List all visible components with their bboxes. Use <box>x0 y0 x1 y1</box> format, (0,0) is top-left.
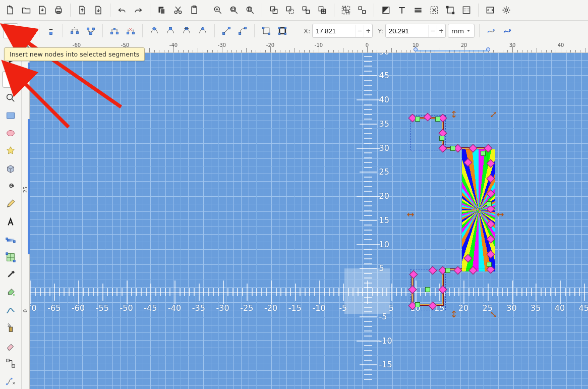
rect-tool[interactable] <box>3 107 19 123</box>
canvas[interactable]: -70-65-60-55-50-45-40-35-30-25-20-15-10-… <box>29 52 588 389</box>
svg-rect-25 <box>346 10 348 13</box>
svg-rect-48 <box>169 27 172 30</box>
zoom-drawing-button[interactable] <box>227 3 241 17</box>
control-handle[interactable] <box>425 287 430 292</box>
auto-node-button[interactable] <box>196 24 210 38</box>
control-handle[interactable] <box>445 268 450 273</box>
import-button[interactable] <box>35 3 49 17</box>
duplicate-button[interactable] <box>267 3 281 17</box>
unit-select[interactable]: mm <box>448 24 475 38</box>
smooth-node-button[interactable] <box>163 24 178 38</box>
spiral-tool[interactable] <box>3 179 19 194</box>
clone-button[interactable] <box>283 3 297 17</box>
control-handle[interactable] <box>487 201 492 206</box>
group-button[interactable] <box>339 3 353 17</box>
transform-button[interactable] <box>443 3 457 17</box>
redo-button[interactable] <box>131 3 145 17</box>
cut-button[interactable] <box>171 3 185 17</box>
x-inc[interactable]: + <box>364 25 372 37</box>
y-coord-field[interactable]: −+ <box>385 24 446 38</box>
export-png-button[interactable] <box>91 3 105 17</box>
svg-rect-13 <box>249 8 250 11</box>
paste-button[interactable] <box>187 3 201 17</box>
circle-tool[interactable] <box>3 125 19 141</box>
control-handle[interactable] <box>435 117 440 122</box>
prefs-button[interactable] <box>499 3 513 17</box>
new-doc-button[interactable] <box>3 3 17 17</box>
y-inc[interactable]: + <box>437 25 445 37</box>
clone-unlink-button[interactable] <box>299 3 313 17</box>
transform-arrow[interactable]: ⤢ <box>490 109 497 120</box>
control-handle[interactable] <box>439 136 444 141</box>
control-handle[interactable] <box>415 302 420 307</box>
zoom-tool[interactable] <box>3 90 19 105</box>
text-dialog-button[interactable] <box>395 3 409 17</box>
symmetric-node-button[interactable] <box>180 24 194 38</box>
selectors-button[interactable] <box>459 3 474 17</box>
control-handle[interactable] <box>415 117 420 122</box>
export-button[interactable] <box>75 3 89 17</box>
gradient-tool[interactable] <box>3 232 19 247</box>
xml-button[interactable] <box>483 3 497 17</box>
print-button[interactable] <box>51 3 66 17</box>
copy-button[interactable] <box>155 3 169 17</box>
eraser-tool[interactable] <box>3 338 19 354</box>
delete-segment-button[interactable] <box>124 24 138 38</box>
align-button[interactable] <box>427 3 441 17</box>
break-node-button[interactable] <box>68 24 82 38</box>
open-button[interactable] <box>19 3 33 17</box>
svg-rect-60 <box>284 27 286 29</box>
3dbox-tool[interactable] <box>3 161 19 177</box>
mesh-tool[interactable] <box>3 249 19 265</box>
curve-segment-button[interactable] <box>236 24 250 38</box>
transform-arrow[interactable]: ↔ <box>496 209 504 219</box>
control-handle[interactable] <box>450 146 455 151</box>
object-to-path-button[interactable] <box>259 24 273 38</box>
layers-button[interactable] <box>411 3 425 17</box>
dropper-tool[interactable] <box>3 267 19 283</box>
control-handle[interactable] <box>487 262 492 267</box>
svg-rect-74 <box>14 240 16 242</box>
edit-mask-button[interactable] <box>500 24 514 38</box>
insert-node-dropdown[interactable] <box>20 24 34 38</box>
edit-clip-button[interactable] <box>484 24 498 38</box>
star-tool[interactable] <box>3 143 19 159</box>
bucket-tool[interactable] <box>3 285 19 300</box>
zoom-in-button[interactable] <box>211 3 225 17</box>
svg-rect-14 <box>270 7 274 11</box>
svg-rect-39 <box>87 28 89 30</box>
line-segment-button[interactable] <box>219 24 233 38</box>
spray-tool[interactable] <box>3 320 19 336</box>
text-tool[interactable] <box>3 214 19 230</box>
transform-arrow[interactable]: ↕ <box>450 109 457 120</box>
transform-arrow[interactable]: ↔ <box>406 209 414 219</box>
y-dec[interactable]: − <box>428 25 437 37</box>
tweak-tool[interactable] <box>3 303 19 318</box>
undo-button[interactable] <box>115 3 129 17</box>
insert-node-button[interactable] <box>3 23 18 38</box>
transform-arrow[interactable]: ⤡ <box>490 309 497 319</box>
stroke-to-path-button[interactable] <box>275 24 289 38</box>
clone-select-button[interactable] <box>315 3 329 17</box>
transform-arrow[interactable]: ↕ <box>450 309 457 319</box>
separator <box>142 24 143 37</box>
separator <box>334 4 334 17</box>
zoom-page-button[interactable] <box>243 3 257 17</box>
fill-stroke-button[interactable] <box>379 3 393 17</box>
y-coord-input[interactable] <box>386 27 428 35</box>
cusp-node-button[interactable] <box>147 24 161 38</box>
x-dec[interactable]: − <box>355 25 364 37</box>
connector-tool[interactable] <box>3 356 19 371</box>
delete-node-button[interactable] <box>44 24 58 38</box>
lpe-tool[interactable] <box>3 373 19 389</box>
control-handle[interactable] <box>481 151 486 156</box>
node-tool[interactable] <box>2 71 19 88</box>
svg-rect-41 <box>90 32 92 35</box>
pencil-tool[interactable] <box>3 196 19 212</box>
x-coord-field[interactable]: −+ <box>312 24 373 38</box>
join-segment-button[interactable] <box>107 24 122 38</box>
join-node-button[interactable] <box>84 24 98 38</box>
ungroup-button[interactable] <box>355 3 369 17</box>
svg-point-78 <box>13 294 15 296</box>
x-coord-input[interactable] <box>313 27 355 35</box>
